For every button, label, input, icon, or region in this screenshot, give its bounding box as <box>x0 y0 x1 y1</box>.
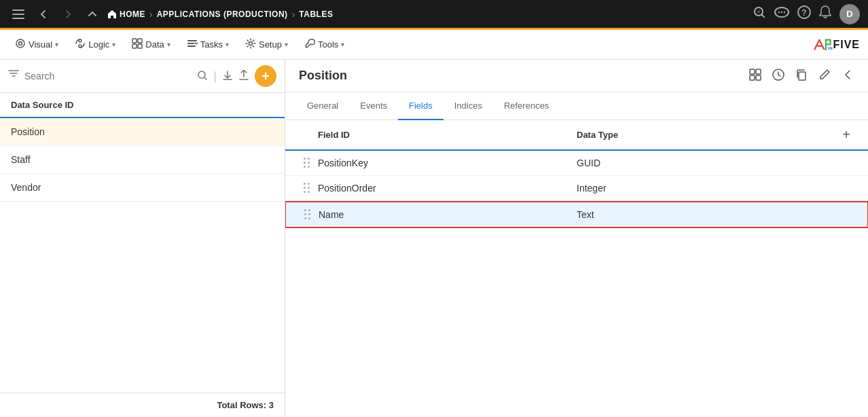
page-title: Position <box>299 69 748 83</box>
nav-tasks[interactable]: Tasks ▾ <box>180 34 236 55</box>
search-input[interactable] <box>24 71 192 81</box>
svg-rect-25 <box>750 69 755 74</box>
back-icon[interactable] <box>841 68 854 84</box>
help-icon[interactable]: ? <box>797 5 811 22</box>
svg-rect-28 <box>756 75 761 80</box>
tab-events[interactable]: Events <box>349 92 398 120</box>
svg-point-11 <box>16 39 24 48</box>
svg-rect-26 <box>756 69 761 74</box>
breadcrumb: HOME › APPLICATIONS (PRODUCTION) › TABLE… <box>107 9 333 20</box>
forward-button[interactable] <box>58 6 77 22</box>
search-icon[interactable] <box>197 70 208 83</box>
breadcrumb-applications[interactable]: APPLICATIONS (PRODUCTION) <box>157 10 288 19</box>
field-id-cell: PositionOrder <box>318 183 577 194</box>
nav-logic[interactable]: Logic ▾ <box>68 34 122 55</box>
data-type-cell: GUID <box>577 158 835 168</box>
svg-rect-17 <box>132 44 137 48</box>
copy-icon[interactable] <box>795 68 808 84</box>
tools-chevron: ▾ <box>341 41 344 48</box>
svg-point-8 <box>784 12 785 13</box>
sidebar-item-position[interactable]: Position <box>0 118 285 146</box>
svg-rect-1 <box>12 14 24 15</box>
field-id-cell: Name <box>319 209 577 220</box>
svg-rect-0 <box>12 10 24 11</box>
svg-point-7 <box>781 12 782 13</box>
top-nav-right: ? D <box>753 4 860 24</box>
svg-point-14 <box>79 45 82 48</box>
tasks-chevron: ▾ <box>225 41 229 48</box>
add-button[interactable]: + <box>255 65 276 87</box>
nav-visual[interactable]: Visual ▾ <box>8 34 65 55</box>
svg-rect-2 <box>12 18 24 19</box>
svg-rect-19 <box>187 40 197 41</box>
filter-icon <box>8 70 19 82</box>
content-header-icons <box>748 68 854 84</box>
content-area: Position <box>285 60 868 417</box>
tools-icon <box>304 38 315 51</box>
svg-rect-30 <box>799 72 806 80</box>
tab-references[interactable]: References <box>493 92 560 120</box>
divider: | <box>213 69 217 84</box>
nav-setup[interactable]: Setup ▾ <box>238 34 295 55</box>
breadcrumb-sep-1: › <box>149 9 153 20</box>
grid-view-icon[interactable] <box>748 68 762 84</box>
search-icon[interactable] <box>753 5 766 22</box>
breadcrumb-home[interactable]: HOME <box>107 10 145 19</box>
hamburger-button[interactable] <box>8 7 29 22</box>
nav-tools[interactable]: Tools ▾ <box>297 34 351 55</box>
table-container: Field ID Data Type + PositionKey GUID <box>285 120 868 417</box>
svg-rect-20 <box>187 43 194 44</box>
breadcrumb-tables[interactable]: TABLES <box>299 10 333 19</box>
drag-handle[interactable] <box>296 183 318 194</box>
bell-icon[interactable] <box>819 5 831 22</box>
sidebar-item-staff[interactable]: Staff <box>0 146 285 174</box>
col-field-id: Field ID <box>318 130 577 140</box>
setup-icon <box>245 38 256 51</box>
edit-icon[interactable] <box>818 68 831 84</box>
second-nav: Visual ▾ Logic ▾ Data ▾ <box>0 30 868 60</box>
tab-general[interactable]: General <box>296 92 349 120</box>
table-header: Field ID Data Type + <box>285 120 868 151</box>
visual-chevron: ▾ <box>55 41 58 48</box>
svg-point-22 <box>249 42 252 46</box>
svg-point-6 <box>778 12 780 13</box>
setup-chevron: ▾ <box>285 41 288 48</box>
download-icon[interactable] <box>222 70 233 83</box>
drag-handle[interactable] <box>297 209 319 220</box>
sidebar-toolbar-icons: | + <box>197 65 276 87</box>
main-layout: | + Data Source ID <box>0 60 868 417</box>
svg-point-13 <box>79 39 82 42</box>
nav-data[interactable]: Data ▾ <box>125 34 177 55</box>
data-type-cell: Integer <box>577 183 835 194</box>
sidebar-list: Position Staff Vendor <box>0 118 285 393</box>
add-row-button[interactable]: + <box>835 127 857 143</box>
chat-icon[interactable] <box>774 5 789 22</box>
top-nav-left: HOME › APPLICATIONS (PRODUCTION) › TABLE… <box>8 6 753 22</box>
back-button[interactable] <box>34 6 53 22</box>
svg-text:VE: VE <box>828 46 833 50</box>
svg-point-12 <box>19 42 22 46</box>
sidebar-item-vendor[interactable]: Vendor <box>0 174 285 202</box>
svg-rect-21 <box>187 46 196 47</box>
content-header: Position <box>285 60 868 92</box>
avatar[interactable]: D <box>839 4 860 24</box>
table-row-selected[interactable]: Name Text <box>285 201 868 228</box>
col-data-type: Data Type <box>577 130 835 140</box>
upload-icon[interactable] <box>238 70 249 83</box>
tabs-bar: General Events Fields Indices References <box>285 92 868 120</box>
sidebar: | + Data Source ID <box>0 60 285 417</box>
sidebar-toolbar: | + <box>0 60 285 93</box>
field-id-cell: PositionKey <box>318 158 577 168</box>
table-row[interactable]: PositionKey GUID <box>285 151 868 176</box>
table-row[interactable]: PositionOrder Integer <box>285 176 868 201</box>
logic-icon <box>75 38 86 51</box>
tab-indices[interactable]: Indices <box>444 92 493 120</box>
svg-rect-27 <box>750 75 755 80</box>
up-button[interactable] <box>83 6 102 22</box>
top-nav: HOME › APPLICATIONS (PRODUCTION) › TABLE… <box>0 0 868 30</box>
tab-fields[interactable]: Fields <box>398 92 444 120</box>
breadcrumb-sep-2: › <box>292 9 295 20</box>
drag-handle[interactable] <box>296 158 318 168</box>
history-icon[interactable] <box>772 68 785 84</box>
svg-rect-16 <box>138 39 142 43</box>
